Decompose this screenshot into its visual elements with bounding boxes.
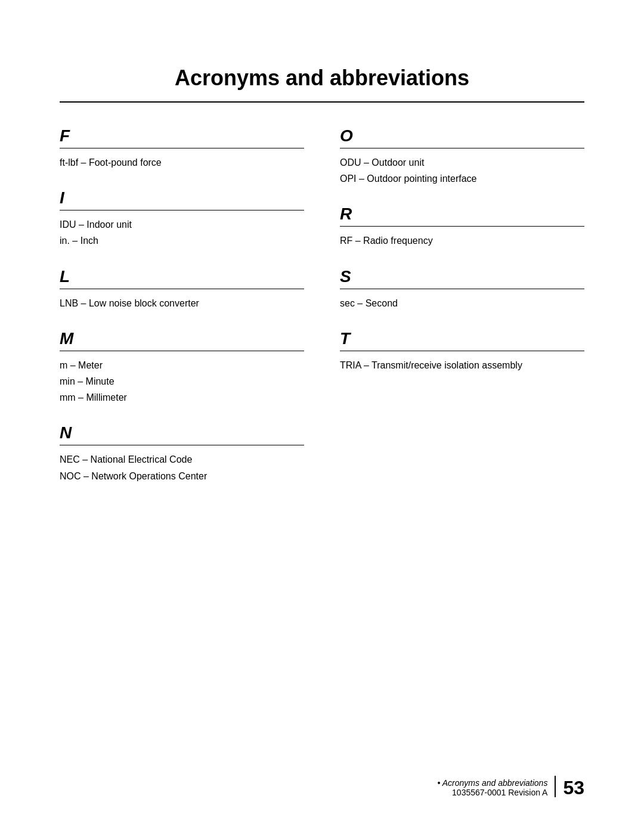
entry: IDU – Indoor unit [60,216,304,233]
section-letter: F [60,126,304,145]
entry: LNB – Low noise block converter [60,295,304,311]
entry: sec – Second [340,295,584,311]
footer-divider [555,776,556,797]
entry: TRIA – Transmit/receive isolation assemb… [340,357,584,373]
section-rule [60,210,304,210]
entry: RF – Radio frequency [340,233,584,249]
section-letter: S [340,267,584,286]
section-o: OODU – Outdoor unitOPI – Outdoor pointin… [340,126,584,187]
footer-line1: • Acronyms and abbreviations [437,778,547,788]
section-rule [340,289,584,289]
section-r: RRF – Radio frequency [340,205,584,249]
entry: m – Meter [60,357,304,373]
section-l: LLNB – Low noise block converter [60,267,304,311]
entry: NOC – Network Operations Center [60,468,304,484]
entry: ODU – Outdoor unit [340,154,584,171]
content-columns: Fft-lbf – Foot-pound forceIIDU – Indoor … [60,126,584,502]
section-letter: L [60,267,304,286]
page-title: Acronyms and abbreviations [60,66,584,91]
title-divider [60,101,584,103]
section-m: Mm – Metermin – Minutemm – Millimeter [60,329,304,406]
entry: mm – Millimeter [60,389,304,405]
section-rule [340,148,584,148]
section-rule [60,289,304,289]
right-column: OODU – Outdoor unitOPI – Outdoor pointin… [340,126,584,502]
section-f: Fft-lbf – Foot-pound force [60,126,304,171]
footer: • Acronyms and abbreviations 1035567-000… [437,776,584,797]
section-rule [340,226,584,227]
section-letter: N [60,423,304,442]
entry: OPI – Outdoor pointing interface [340,171,584,187]
section-t: TTRIA – Transmit/receive isolation assem… [340,329,584,373]
section-n: NNEC – National Electrical CodeNOC – Net… [60,423,304,484]
footer-line2: 1035567-0001 Revision A [437,788,547,797]
section-s: Ssec – Second [340,267,584,311]
section-letter: I [60,188,304,208]
section-rule [340,351,584,351]
section-letter: M [60,329,304,348]
section-letter: T [340,329,584,348]
section-rule [60,148,304,148]
section-rule [60,445,304,445]
footer-text: • Acronyms and abbreviations 1035567-000… [437,778,547,797]
section-rule [60,351,304,351]
page-number: 53 [563,778,584,797]
entry: min – Minute [60,373,304,389]
section-i: IIDU – Indoor unitin. – Inch [60,188,304,249]
entry: NEC – National Electrical Code [60,451,304,467]
entry: ft-lbf – Foot-pound force [60,154,304,171]
section-letter: R [340,205,584,224]
left-column: Fft-lbf – Foot-pound forceIIDU – Indoor … [60,126,304,502]
section-letter: O [340,126,584,145]
entry: in. – Inch [60,233,304,249]
